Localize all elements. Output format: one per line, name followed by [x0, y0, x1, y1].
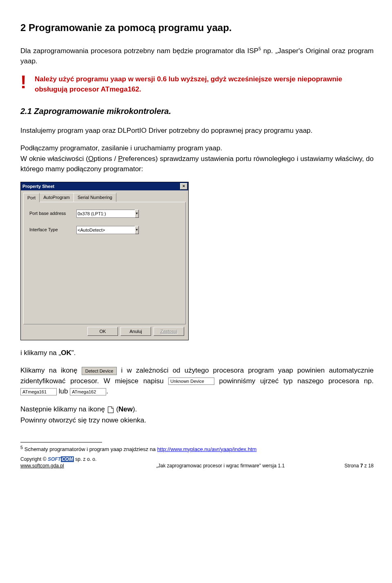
- combo-port-base-address[interactable]: ▼: [76, 210, 134, 218]
- footnote-link[interactable]: http://www.myplace.nu/avr/yaap/index.htm: [157, 446, 257, 452]
- footer-left: Copyright © SOFTCOM sp. z o. o. www.soft…: [20, 456, 96, 469]
- intro-text-a: Dla zaprogramowania procesora potrzebny …: [20, 47, 258, 55]
- softcom-com: COM: [61, 456, 74, 462]
- titlebar: Property Sheet ×: [21, 182, 188, 191]
- close-button[interactable]: ×: [180, 183, 187, 190]
- p6-c: powinniśmy ujrzeć typ naszego procesora …: [214, 377, 374, 385]
- warning-text: Należy użyć programu yaap w wersji 0.6 l…: [35, 74, 374, 95]
- tab-port[interactable]: Port: [23, 193, 40, 202]
- prefs-letter: P: [118, 155, 122, 163]
- p6-dot: .: [106, 387, 108, 395]
- paragraph-click-ok: i klikamy na „OK".: [20, 348, 374, 358]
- label-interface-type: Interface Type: [29, 226, 76, 233]
- page-label: Strona: [345, 463, 361, 469]
- exclamation-icon: !: [20, 73, 35, 91]
- paragraph-three-windows: Powinny otworzyć się trzy nowe okienka.: [20, 415, 374, 426]
- input-interface-type[interactable]: [76, 226, 135, 234]
- intro-paragraph: Dla zaprogramowania procesora potrzebny …: [20, 45, 374, 67]
- apply-label: Zastosuj: [160, 329, 178, 334]
- paragraph-connect: Podłączamy programator, zasilanie i uruc…: [20, 143, 374, 154]
- tab-body-port: Port base address ▼ Interface Type ▼: [23, 202, 186, 324]
- atmega161-field: ATmega161: [20, 388, 57, 395]
- footnote-rule: [20, 442, 102, 442]
- ok-button[interactable]: OK: [87, 327, 118, 336]
- p7-c: ).: [133, 405, 137, 413]
- p4-b: ptions /: [94, 155, 118, 163]
- page-number: 7: [360, 463, 363, 469]
- dialog-button-row: OK Anuluj Zastosuj: [21, 327, 188, 340]
- unknown-device-field: Unknown Device: [168, 377, 214, 385]
- ok-word: OK: [61, 349, 71, 357]
- options-letter: O: [88, 155, 94, 163]
- paragraph-detect-device: Klikamy na ikonę Detect Device i w zależ…: [20, 365, 374, 397]
- apply-button: Zastosuj: [154, 327, 184, 336]
- footer-www-link[interactable]: www.softcom.gda.pl: [20, 463, 64, 469]
- property-sheet-window: Property Sheet × Port AutoProgram Serial…: [20, 182, 189, 340]
- footer-center: „Jak zaprogramowac procesor i wgrac firm…: [156, 462, 285, 469]
- section-title: 2 Programowanie za pomocą programu yaap.: [20, 20, 374, 35]
- paragraph-install: Instalujemy program yaap oraz DLPortIO D…: [20, 125, 374, 136]
- softcom-soft: SOFT: [48, 456, 61, 462]
- p6-a: Klikamy na ikonę: [20, 366, 82, 374]
- new-file-icon[interactable]: [108, 407, 114, 413]
- p6-lub: lub: [57, 387, 70, 395]
- paragraph-options: W oknie właściwości (Options / Preferenc…: [20, 154, 374, 174]
- input-port-base-address[interactable]: [76, 210, 135, 218]
- p4-a: W oknie właściwości (: [20, 155, 88, 163]
- p5-a: i klikamy na „: [20, 349, 61, 357]
- new-word: New: [118, 405, 133, 413]
- label-port-base-address: Port base address: [29, 210, 76, 217]
- window-title: Property Sheet: [22, 183, 54, 190]
- chevron-down-icon[interactable]: ▼: [135, 210, 139, 218]
- footnote-text: Schematy programatorów i program yaap zn…: [23, 446, 157, 452]
- page-footer: Copyright © SOFTCOM sp. z o. o. www.soft…: [20, 456, 374, 469]
- company-suffix: sp. z o. o.: [74, 456, 96, 462]
- tab-serial-numbering[interactable]: Serial Numbering: [74, 193, 116, 202]
- subsection-title: 2.1 Zaprogramowanie mikrokontrolera.: [20, 105, 374, 117]
- page-total: z 18: [363, 463, 374, 469]
- cancel-button[interactable]: Anuluj: [120, 327, 151, 336]
- warning-note: ! Należy użyć programu yaap w wersji 0.6…: [20, 74, 374, 95]
- combo-interface-type[interactable]: ▼: [76, 226, 134, 234]
- p5-b: ".: [71, 349, 76, 357]
- tab-strip: Port AutoProgram Serial Numbering: [21, 190, 188, 202]
- detect-device-button[interactable]: Detect Device: [82, 367, 117, 375]
- footer-right: Strona 7 z 18: [345, 462, 374, 469]
- paragraph-new-icon: Następnie klikamy na ikonę (New).: [20, 404, 374, 415]
- chevron-down-icon[interactable]: ▼: [135, 226, 139, 234]
- copyright-label: Copyright ©: [20, 456, 48, 462]
- tab-autoprogram[interactable]: AutoProgram: [39, 193, 74, 202]
- atmega162-field: ATmega162: [70, 388, 106, 395]
- p7-b: (: [114, 405, 118, 413]
- footnote-5: 5 Schematy programatorów i program yaap …: [20, 444, 374, 453]
- p7-a: Następnie klikamy na ikonę: [20, 405, 107, 413]
